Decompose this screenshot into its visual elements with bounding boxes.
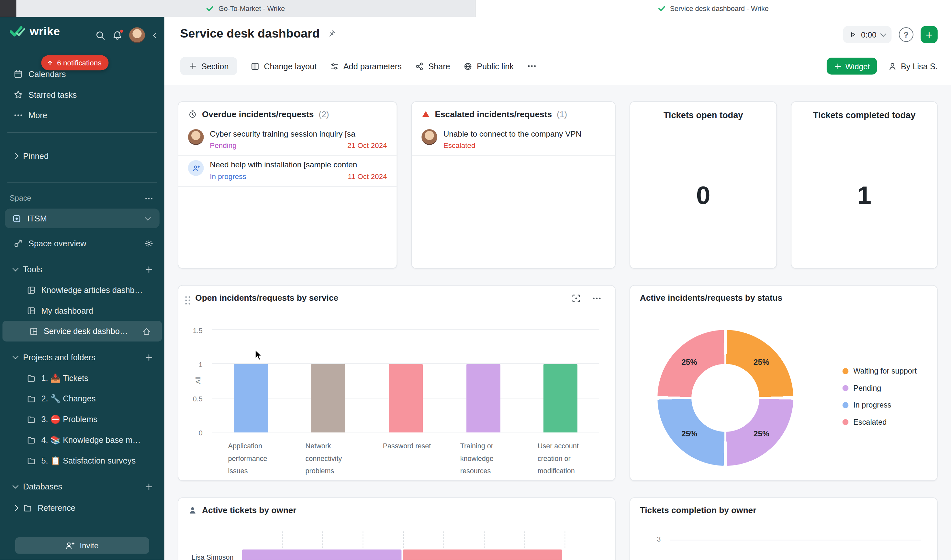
add-parameters-button[interactable]: Add parameters: [330, 62, 402, 71]
sidebar-item-satisfaction-surveys[interactable]: 5. 📋 Satisfaction surveys: [0, 450, 165, 471]
chevron-down-icon[interactable]: [880, 31, 886, 37]
widget-title: Open incidents/requests by service: [195, 293, 338, 303]
widget-active-tickets-by-owner: Active tickets by owner Lisa Simpson: [178, 497, 616, 560]
person-icon: [188, 506, 197, 515]
widget-title: Tickets open today: [630, 102, 777, 120]
dashboard-icon: [26, 306, 35, 315]
sidebar-item-more[interactable]: More: [0, 105, 165, 126]
add-tool-icon[interactable]: [145, 265, 154, 274]
presentation-timer[interactable]: 0:00: [843, 26, 891, 43]
mouse-cursor: [255, 349, 262, 361]
sidebar-item-tickets[interactable]: 1. 📥 Tickets: [0, 368, 165, 388]
stacked-bar[interactable]: [242, 550, 615, 560]
folder-icon: [26, 456, 35, 465]
page-title: Service desk dashboard: [180, 26, 320, 40]
pin-icon[interactable]: [327, 29, 337, 38]
space-more-icon[interactable]: [145, 194, 154, 203]
browser-tab-go-to-market[interactable]: Go-To-Market - Wrike: [17, 0, 476, 17]
invite-button[interactable]: Invite: [15, 537, 149, 554]
calendar-icon: [13, 69, 23, 79]
tab-title: Go-To-Market - Wrike: [219, 5, 285, 12]
list-item[interactable]: Unable to connect to the company VPN Esc…: [412, 125, 615, 156]
chevron-down-icon: [12, 483, 19, 489]
folder-icon: [23, 503, 32, 512]
donut-slice-label: 25%: [682, 357, 697, 366]
x-axis-labels: Application performance issuesNetwork co…: [212, 436, 599, 477]
toolbar-more-button[interactable]: [527, 61, 537, 71]
chevron-right-icon: [12, 153, 19, 159]
sidebar-group-tools[interactable]: Tools: [0, 259, 165, 280]
notifications-bell-icon[interactable]: [112, 30, 123, 40]
star-icon: [13, 90, 23, 99]
search-icon[interactable]: [95, 30, 106, 40]
y-axis-tick: 3: [657, 535, 661, 543]
widget-active-incidents-by-status: Active incidents/requests by status 25%2…: [629, 285, 938, 481]
tab-title: Service desk dashboard - Wrike: [670, 5, 769, 12]
sidebar-item-problems[interactable]: 3. ⛔ Problems: [0, 409, 165, 429]
wrike-logo[interactable]: wrike: [10, 25, 60, 38]
arrow-up-icon: [47, 60, 54, 66]
sidebar-item-reference[interactable]: Reference: [0, 497, 165, 518]
home-icon[interactable]: [142, 327, 151, 336]
stacked-bar-segment-1[interactable]: [242, 550, 402, 560]
browser-tab-service-desk[interactable]: Service desk dashboard - Wrike: [476, 0, 951, 17]
widget-menu-icon[interactable]: [592, 294, 602, 303]
change-layout-button[interactable]: Change layout: [251, 62, 317, 71]
public-link-button[interactable]: Public link: [463, 62, 514, 71]
gear-icon[interactable]: [145, 238, 154, 248]
add-section-button[interactable]: Section: [180, 57, 237, 75]
focus-mode-icon[interactable]: [571, 294, 581, 303]
help-button[interactable]: ?: [899, 27, 914, 42]
donut-chart[interactable]: 25%25%25%25%: [657, 330, 793, 466]
owner-byline[interactable]: By Lisa S.: [888, 62, 938, 71]
sidebar-item-changes[interactable]: 2. 🔧 Changes: [0, 388, 165, 409]
bar-1[interactable]: [234, 364, 268, 432]
sidebar-item-pinned[interactable]: Pinned: [0, 146, 165, 166]
list-item[interactable]: Need help with installation [sample cont…: [179, 156, 397, 187]
sidebar-item-starred-tasks[interactable]: Starred tasks: [0, 84, 165, 105]
donut-hole: [691, 364, 759, 432]
widget-open-incidents-by-service: Open incidents/requests by service All 0…: [178, 285, 616, 481]
widget-tickets-completion-by-owner: Tickets completion by owner 3: [629, 497, 938, 560]
list-item[interactable]: Cyber security training session inquiry …: [179, 125, 397, 156]
task-title: Unable to connect to the company VPN: [443, 129, 605, 138]
sidebar-item-knowledge-base[interactable]: 4. 📚 Knowledge base m…: [0, 429, 165, 450]
bar-4[interactable]: [466, 364, 500, 432]
collapse-sidebar-icon[interactable]: [153, 32, 159, 38]
wrike-favicon-icon: [658, 5, 665, 12]
bar-3[interactable]: [389, 364, 423, 432]
legend-item: Pending: [843, 384, 917, 392]
legend-dot: [843, 385, 849, 391]
add-database-icon[interactable]: [145, 482, 154, 491]
sliders-icon: [330, 62, 339, 71]
drag-handle[interactable]: [185, 295, 191, 305]
clock-icon: [188, 109, 197, 118]
notifications-banner[interactable]: 6 notifications: [41, 55, 109, 71]
add-project-icon[interactable]: [145, 353, 154, 362]
window-edge: [0, 0, 17, 17]
sidebar-item-space-overview[interactable]: Space overview: [0, 233, 165, 254]
sidebar-item-knowledge-articles-dashboard[interactable]: Knowledge articles dashb…: [0, 280, 165, 300]
stacked-bar-segment-2[interactable]: [403, 550, 562, 560]
widget-count: (2): [319, 109, 329, 119]
bar-5[interactable]: [543, 364, 577, 432]
user-avatar[interactable]: [129, 27, 145, 43]
donut-slice-label: 25%: [754, 357, 769, 366]
widget-tickets-completed-today: Tickets completed today 1: [791, 101, 937, 269]
space-selector-itsm[interactable]: ITSM: [5, 209, 160, 228]
unread-dot: [120, 29, 124, 33]
add-widget-button[interactable]: Widget: [826, 58, 877, 74]
sidebar-item-service-desk-dashboard[interactable]: Service desk dashbo…: [2, 321, 162, 342]
create-button[interactable]: +: [920, 26, 937, 43]
play-icon[interactable]: [849, 31, 856, 38]
sidebar-group-projects-and-folders[interactable]: Projects and folders: [0, 347, 165, 368]
sidebar-group-databases[interactable]: Databases: [0, 476, 165, 497]
widget-title: Escalated incidents/requests: [435, 109, 552, 119]
widget-title: Active incidents/requests by status: [640, 293, 782, 303]
share-button[interactable]: Share: [415, 62, 450, 71]
sidebar-item-my-dashboard[interactable]: My dashboard: [0, 300, 165, 321]
bar-2[interactable]: [311, 364, 345, 432]
task-title: Cyber security training session inquiry …: [210, 129, 387, 138]
share-icon: [415, 62, 424, 71]
assignee-avatar: [422, 129, 437, 145]
